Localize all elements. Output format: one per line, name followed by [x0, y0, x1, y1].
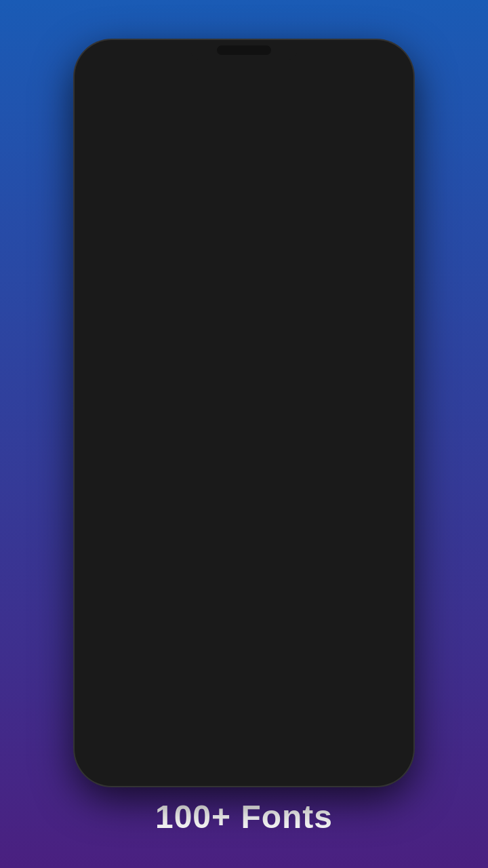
font-checkbox[interactable]	[221, 591, 237, 608]
font-item[interactable]: SHOWCARD GOTHIC	[92, 203, 247, 239]
font-checkbox[interactable]	[370, 507, 386, 524]
font-label: Tekton Pro	[102, 635, 217, 647]
font-item[interactable]: Cooper Std	[92, 539, 247, 576]
font-label: Stencil Std	[262, 677, 366, 689]
font-label: Showcard Gothic	[102, 509, 217, 521]
font-label: STENCIL STD	[262, 215, 366, 226]
font-checkbox[interactable]	[370, 171, 386, 187]
bottom-label: 100+ Fonts	[155, 786, 333, 842]
font-checkbox[interactable]	[221, 675, 237, 692]
font-checkbox[interactable]	[370, 213, 386, 229]
header-title: Fonts	[129, 85, 359, 101]
font-checkbox[interactable]	[370, 591, 386, 608]
font-item[interactable]: Stencil Std	[252, 371, 396, 408]
header: Fonts	[83, 75, 405, 112]
font-checkbox[interactable]	[221, 213, 237, 229]
font-checkbox[interactable]	[370, 297, 386, 313]
font-item[interactable]: Font	[252, 161, 396, 197]
font-item[interactable]: Snap ITC	[252, 539, 396, 576]
font-label: STENCIL STD	[262, 509, 366, 521]
font-checkbox[interactable]	[370, 423, 386, 439]
font-label: Showcard Gothic	[102, 467, 217, 479]
font-item[interactable]: Stencil Std	[252, 665, 396, 702]
font-checkbox[interactable]	[370, 549, 386, 566]
font-item[interactable]: Showcard Gothic	[92, 497, 247, 534]
font-label: Cooper Std	[102, 551, 217, 563]
font-checkbox[interactable]	[221, 339, 237, 355]
font-label: Στενχιλ Στδ	[262, 258, 366, 268]
font-checkbox[interactable]	[370, 675, 386, 692]
font-checkbox[interactable]	[221, 129, 237, 145]
font-checkbox[interactable]	[221, 171, 237, 187]
font-label: Cooper Std	[102, 341, 217, 353]
font-label: Brush Script Std	[102, 593, 217, 605]
font-item[interactable]: Orator Std	[92, 119, 247, 155]
font-item[interactable]: Showcard Gothic	[92, 245, 247, 281]
back-arrow-icon	[102, 88, 112, 98]
status-bar	[83, 48, 405, 75]
font-item[interactable]: Matura MT Script	[252, 119, 396, 155]
font-item[interactable]: STENCIL STD	[252, 203, 396, 239]
font-label: Matura MT Script	[262, 131, 366, 142]
font-label: ⊕Π⊕■♃⊕Π■♃•	[102, 300, 217, 310]
font-item[interactable]: ⊕Π⊕■♃⊕Π■♃•	[92, 287, 247, 323]
font-label: SHOWCARD GOTHIC	[102, 215, 217, 226]
font-item[interactable]: Snap ITC	[252, 329, 396, 366]
font-item[interactable]: Old English Text MT	[92, 161, 247, 197]
font-item[interactable]: Brush Script Std	[92, 581, 247, 618]
font-checkbox[interactable]	[221, 297, 237, 313]
font-item[interactable]: Tekton Pro	[92, 413, 247, 450]
font-checkbox[interactable]	[370, 381, 386, 397]
font-label: Showcard Gothic	[102, 677, 217, 689]
font-label: Tekton Pro	[102, 425, 217, 437]
font-item[interactable]: Cooper Std	[92, 329, 247, 366]
font-item[interactable]: Stencil Std	[252, 581, 396, 618]
font-checkbox[interactable]	[370, 339, 386, 355]
phone-wrapper: Fonts Orator StdMatura MT ScriptOld Engl…	[75, 40, 413, 786]
font-label: Stencil Std	[262, 383, 366, 395]
font-checkbox[interactable]	[221, 633, 237, 650]
font-label: Font	[262, 171, 366, 186]
font-label: ◎⊙⑤∽⌀ℜ⊙⑤	[262, 636, 366, 646]
font-item[interactable]: ◎⊙⑤∽⌀ℜ⊙⑤	[252, 623, 396, 660]
font-label: Brush Script Std	[102, 383, 217, 395]
font-item[interactable]: Στενχιλ Στδ	[252, 245, 396, 281]
font-checkbox[interactable]	[370, 129, 386, 145]
font-label: Tekton Pro	[262, 299, 366, 311]
font-item[interactable]: Hand ITC	[252, 455, 396, 492]
font-label: Showcard Gothic	[102, 257, 217, 269]
font-item[interactable]: ◎⊙⑤∽⌀ℜ⊙⑤	[252, 413, 396, 450]
font-checkbox[interactable]	[221, 423, 237, 439]
font-scroll-area[interactable]: Orator StdMatura MT ScriptOld English Te…	[83, 112, 405, 778]
font-label: Snap ITC	[262, 551, 366, 563]
font-grid: Orator StdMatura MT ScriptOld English Te…	[92, 119, 396, 702]
font-checkbox[interactable]	[370, 255, 386, 271]
font-label: ◎⊙⑤∽⌀ℜ⊙⑤	[262, 426, 366, 436]
back-button[interactable]	[94, 81, 118, 105]
font-item[interactable]: Showcard Gothic	[92, 455, 247, 492]
font-checkbox[interactable]	[221, 255, 237, 271]
font-checkbox[interactable]	[221, 381, 237, 397]
font-item[interactable]: Brush Script Std	[92, 371, 247, 408]
font-checkbox[interactable]	[221, 549, 237, 566]
font-checkbox[interactable]	[370, 633, 386, 650]
font-checkbox[interactable]	[370, 465, 386, 481]
font-item[interactable]: Tekton Pro	[252, 287, 396, 323]
font-checkbox[interactable]	[221, 465, 237, 481]
font-checkbox[interactable]	[221, 507, 237, 524]
phone-screen: Fonts Orator StdMatura MT ScriptOld Engl…	[83, 48, 405, 778]
font-label: Snap ITC	[262, 341, 366, 353]
font-label: Old English Text MT	[102, 173, 217, 184]
font-label: Hand ITC	[262, 467, 366, 479]
font-label: Orator Std	[102, 131, 217, 142]
font-item[interactable]: Tekton Pro	[92, 623, 247, 660]
font-item[interactable]: STENCIL STD	[252, 497, 396, 534]
font-item[interactable]: Showcard Gothic	[92, 665, 247, 702]
font-label: Stencil Std	[262, 593, 366, 605]
